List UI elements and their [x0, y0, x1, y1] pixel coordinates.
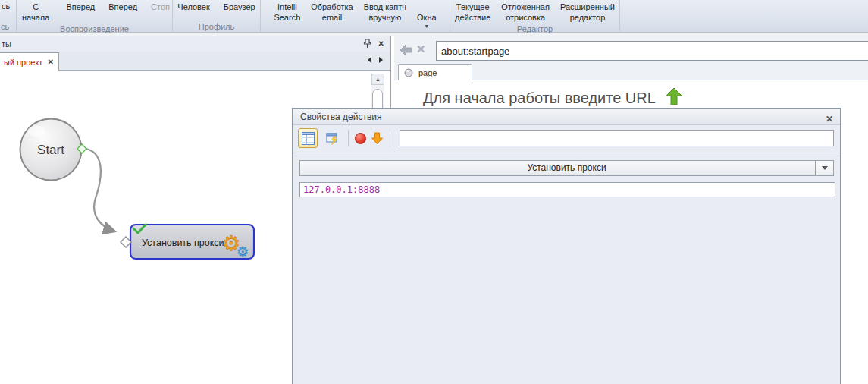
- ribbon-group-editor-label: Редактор: [450, 24, 619, 33]
- ribbon-group-playback-label: Воспроизведение: [17, 24, 172, 33]
- ribbon-group-editor: Текущее действие Отложенная отрисовка Ра…: [450, 0, 620, 32]
- email-processing-button[interactable]: Обработка email: [309, 2, 355, 24]
- toolbar-separator: [390, 130, 390, 146]
- globe-icon: [404, 68, 413, 77]
- ribbon: сь сь С начала Вперед Вперед Стоп Воспро…: [0, 0, 868, 33]
- caret-down-icon: [822, 166, 828, 170]
- start-node-label: Start: [37, 143, 64, 157]
- combo-dropdown-button[interactable]: [815, 161, 833, 175]
- intelli-search-button[interactable]: Intelli Search: [271, 2, 302, 24]
- panel-close-icon[interactable]: ✕: [378, 39, 384, 49]
- browser-tab-label: page: [418, 68, 437, 77]
- action-block-label: Установить прокси: [142, 238, 224, 248]
- orange-down-arrow-icon[interactable]: [371, 132, 384, 145]
- quick-edit-button[interactable]: [322, 128, 342, 148]
- browser-button[interactable]: Браузер: [221, 2, 258, 14]
- ribbon-button-partial[interactable]: сь: [2, 2, 10, 11]
- projects-panel-header: ты ✕: [0, 36, 390, 52]
- dialog-search-input[interactable]: [400, 130, 834, 146]
- green-up-arrow-icon: [666, 88, 682, 105]
- dialog-close-icon[interactable]: ✕: [826, 112, 833, 127]
- ribbon-group-profile: Человек Браузер Профиль: [173, 0, 261, 32]
- browser-page: Для начала работы введите URL: [394, 80, 868, 107]
- ribbon-group-profile-label: Профиль: [173, 22, 260, 32]
- toolbar-separator: [348, 130, 349, 146]
- pin-icon[interactable]: [363, 39, 371, 49]
- record-icon[interactable]: [355, 133, 366, 144]
- ribbon-group-partial-label: сь: [1, 22, 9, 31]
- project-tabbar: ый проект ✕: [0, 52, 390, 71]
- ribbon-group-tools: Intelli Search Обработка email Ввод капт…: [261, 0, 450, 32]
- manual-captcha-button[interactable]: Ввод каптч вручную: [362, 2, 409, 24]
- human-button[interactable]: Человек: [175, 2, 212, 14]
- scroll-up-icon[interactable]: ▲: [371, 74, 384, 85]
- flow-edge[interactable]: [86, 149, 115, 231]
- stop-button: Стоп: [149, 2, 172, 14]
- start-node-highlight: [27, 126, 45, 137]
- dialog-separator: [293, 153, 840, 153]
- dialog-toolbar: [293, 125, 840, 151]
- startpage-message: Для начала работы введите URL: [423, 90, 656, 106]
- action-type-value: Установить прокси: [527, 162, 606, 173]
- browser-navbar: ✕: [394, 36, 868, 64]
- table-icon: [302, 132, 315, 145]
- tab-scroll-left-icon[interactable]: [368, 57, 371, 63]
- properties-table-button[interactable]: [298, 128, 318, 148]
- chevron-down-icon: ▾: [417, 24, 437, 29]
- step-forward-button-2[interactable]: Вперед: [106, 2, 139, 14]
- step-forward-button[interactable]: Вперед: [64, 2, 97, 14]
- projects-panel-title: ты: [2, 39, 11, 49]
- stop-load-icon[interactable]: ✕: [416, 42, 426, 56]
- url-input[interactable]: [436, 41, 868, 61]
- project-tab-label: ый проект: [4, 58, 42, 67]
- gear-small-icon: ⚙: [237, 244, 249, 260]
- advanced-editor-button[interactable]: Расширенный редактор: [558, 2, 617, 24]
- proxy-value-input[interactable]: [299, 182, 835, 197]
- action-type-select[interactable]: Установить прокси: [299, 160, 834, 176]
- tab-close-icon[interactable]: ✕: [47, 58, 53, 67]
- deferred-drawing-button[interactable]: Отложенная отрисовка: [499, 2, 552, 24]
- current-action-button[interactable]: Текущее действие: [453, 2, 493, 24]
- play-from-start-button[interactable]: С начала: [17, 2, 55, 24]
- action-properties-dialog: Свойства действия ✕: [292, 108, 841, 384]
- tab-project[interactable]: ый проект ✕: [0, 52, 59, 71]
- dialog-titlebar[interactable]: Свойства действия ✕: [293, 109, 840, 125]
- tab-page[interactable]: page: [398, 64, 472, 80]
- window-lightning-icon: [326, 132, 339, 145]
- tab-scroll-right-icon[interactable]: [379, 57, 383, 63]
- ribbon-group-playback: С начала Вперед Вперед Стоп Воспроизведе…: [17, 0, 173, 32]
- browser-tabbar: page: [394, 64, 868, 80]
- dialog-title: Свойства действия: [300, 112, 381, 122]
- ribbon-group-partial: сь сь: [0, 0, 17, 32]
- back-icon[interactable]: [400, 45, 412, 55]
